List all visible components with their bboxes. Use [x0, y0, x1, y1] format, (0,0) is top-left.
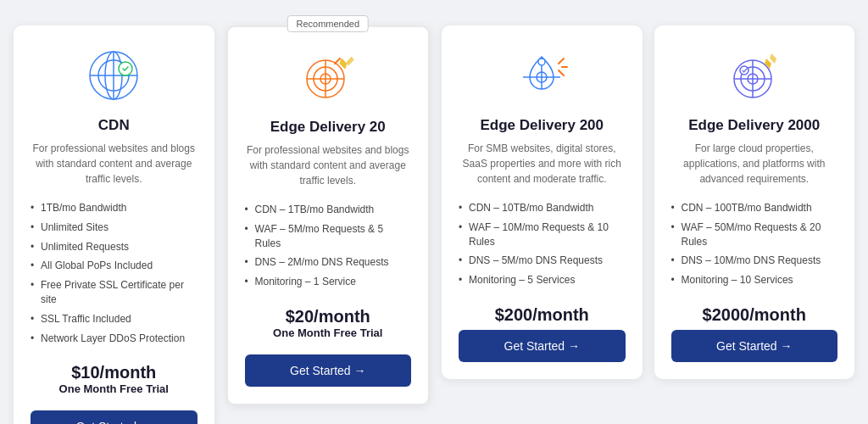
- plan-icon-edge200: [459, 46, 626, 105]
- feature-item: 1TB/mo Bandwidth: [31, 198, 198, 218]
- recommended-badge: Recommended: [287, 15, 369, 32]
- plan-features-list: 1TB/mo BandwidthUnlimited SitesUnlimited…: [31, 198, 198, 348]
- plan-pricing: $20/month One Month Free Trial: [245, 307, 412, 349]
- feature-item: CDN – 100TB/mo Bandwidth: [671, 198, 838, 218]
- plan-icon-edge2000: [671, 46, 838, 105]
- plan-name: Edge Delivery 2000: [671, 117, 838, 134]
- svg-point-21: [740, 66, 748, 75]
- plan-card-edge20: Recommended Edge Delivery 20 For profess…: [226, 25, 431, 405]
- plan-name: CDN: [31, 117, 198, 134]
- get-started-button[interactable]: Get Started →: [245, 354, 412, 387]
- plan-name: Edge Delivery 200: [459, 117, 626, 134]
- plan-features-list: CDN – 10TB/mo BandwidthWAF – 10M/mo Requ…: [459, 198, 626, 290]
- feature-item: Network Layer DDoS Protection: [31, 329, 198, 349]
- plan-price: $2000/month: [671, 305, 838, 325]
- get-started-button[interactable]: Get Started →: [31, 410, 198, 424]
- plan-features-list: CDN – 100TB/mo BandwidthWAF – 50M/mo Req…: [671, 198, 838, 290]
- feature-item: CDN – 10TB/mo Bandwidth: [459, 198, 626, 218]
- plan-price: $200/month: [459, 305, 626, 325]
- plan-name: Edge Delivery 20: [245, 119, 412, 136]
- plan-description: For professional websites and blogs with…: [31, 141, 198, 187]
- feature-item: Monitoring – 1 Service: [245, 272, 412, 292]
- feature-item: Unlimited Requests: [31, 237, 198, 257]
- plan-description: For professional websites and blogs with…: [245, 142, 412, 188]
- feature-item: WAF – 10M/mo Requests & 10 Rules: [459, 218, 626, 252]
- feature-item: Monitoring – 5 Services: [459, 271, 626, 290]
- plan-pricing: $200/month: [459, 305, 626, 325]
- plan-pricing: $10/month One Month Free Trial: [31, 363, 198, 405]
- svg-point-15: [538, 59, 545, 65]
- plan-price: $20/month: [245, 307, 412, 326]
- plan-trial: One Month Free Trial: [245, 326, 412, 339]
- plan-card-edge200: Edge Delivery 200 For SMB websites, digi…: [442, 25, 643, 379]
- feature-item: WAF – 5M/mo Requests & 5 Rules: [245, 220, 412, 254]
- plan-features-list: CDN – 1TB/mo BandwidthWAF – 5M/mo Reques…: [245, 200, 412, 292]
- feature-item: DNS – 2M/mo DNS Requests: [245, 253, 412, 272]
- pricing-wrapper: CDN For professional websites and blogs …: [14, 25, 854, 424]
- feature-item: CDN – 1TB/mo Bandwidth: [245, 200, 412, 220]
- plan-description: For SMB websites, digital stores, SaaS p…: [459, 141, 626, 187]
- feature-item: Unlimited Sites: [31, 218, 198, 237]
- plan-icon-cdn: [31, 46, 198, 105]
- feature-item: SSL Traffic Included: [31, 310, 198, 329]
- feature-item: All Global PoPs Included: [31, 256, 198, 276]
- plan-card-cdn: CDN For professional websites and blogs …: [14, 25, 214, 424]
- feature-item: Free Private SSL Certificate per site: [31, 276, 198, 310]
- svg-marker-12: [347, 57, 353, 65]
- plan-card-edge2000: Edge Delivery 2000 For large cloud prope…: [654, 25, 855, 379]
- feature-item: Monitoring – 10 Services: [671, 271, 838, 290]
- feature-item: DNS – 5M/mo DNS Requests: [459, 251, 626, 271]
- feature-item: WAF – 50M/mo Requests & 20 Rules: [671, 218, 838, 252]
- feature-item: DNS – 10M/mo DNS Requests: [671, 251, 838, 271]
- svg-marker-11: [340, 59, 347, 69]
- plan-price: $10/month: [31, 363, 198, 382]
- plan-icon-edge20: [245, 47, 412, 107]
- plan-trial: One Month Free Trial: [31, 382, 198, 395]
- plan-pricing: $2000/month: [671, 305, 838, 325]
- get-started-button[interactable]: Get Started →: [671, 330, 838, 362]
- plan-description: For large cloud properties, applications…: [671, 141, 838, 187]
- get-started-button[interactable]: Get Started →: [459, 330, 626, 362]
